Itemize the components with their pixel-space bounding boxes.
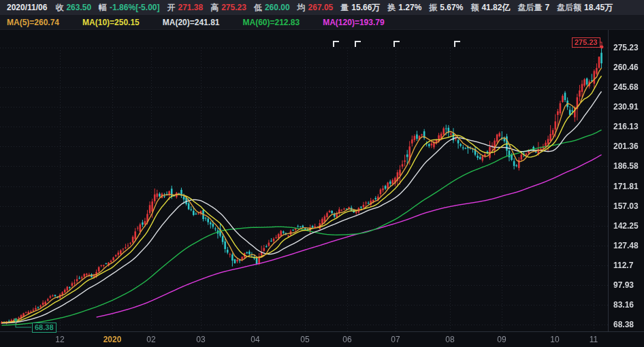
x-axis-label: 10 [540, 333, 570, 346]
field-value: 263.50 [66, 0, 91, 15]
y-axis-label: 127.48 [613, 240, 644, 251]
quote-field: 高275.23 [210, 0, 246, 15]
quote-field: 量15.66万 [340, 0, 380, 15]
field-label: 高 [210, 0, 219, 15]
y-axis-label: 97.93 [613, 280, 644, 291]
y-axis-label: 230.91 [613, 101, 644, 112]
ma-legend-bar: MA(5)=260.74MA(10)=250.15MA(20)=241.81MA… [0, 15, 644, 30]
field-label: 额 [470, 0, 479, 15]
y-axis-label: 68.38 [613, 319, 644, 330]
field-label: 换 [387, 0, 396, 15]
field-value: 41.82亿 [481, 0, 510, 15]
quote-field: 低260.00 [254, 0, 290, 15]
y-axis-label: 142.25 [613, 220, 644, 231]
field-label: 低 [254, 0, 262, 15]
y-axis-label: 83.16 [613, 299, 644, 310]
y-axis-label: 171.81 [613, 181, 644, 192]
x-axis-label: 02 [136, 333, 166, 346]
x-axis-label: 11 [579, 333, 609, 346]
quote-field: 幅-1.86%[-5.00] [99, 0, 159, 15]
ma-legend-item: MA(120)=193.79 [323, 15, 384, 30]
field-label: 均 [297, 0, 306, 15]
high-price-marker: 275.23 [572, 37, 600, 48]
y-axis-label: 260.46 [613, 62, 644, 73]
stock-chart-app: 2020/11/06 收263.50幅-1.86%[-5.00]开271.38高… [0, 0, 644, 347]
quote-field: 收263.50 [55, 0, 91, 15]
ma-legend-item: MA(20)=241.81 [163, 15, 220, 30]
field-value: 5.67% [440, 0, 463, 15]
field-value: -1.86%[-5.00] [110, 0, 159, 15]
x-axis-label: 04 [240, 333, 270, 346]
x-axis-label: 06 [332, 333, 362, 346]
ma-legend-item: MA(10)=250.15 [82, 15, 140, 30]
y-axis-label: 201.36 [613, 141, 644, 152]
quote-field: 额41.82亿 [470, 0, 510, 15]
x-axis-label: 03 [186, 333, 216, 346]
y-axis-label: 157.03 [613, 201, 644, 212]
field-value: 267.05 [308, 0, 334, 15]
event-corner-icon[interactable] [454, 41, 460, 47]
field-value: 1.27% [398, 0, 421, 15]
quote-field: 换1.27% [387, 0, 421, 15]
quote-field: 均267.05 [297, 0, 334, 15]
y-axis-label: 112.7 [613, 260, 644, 271]
quote-field: 开271.38 [167, 0, 203, 15]
ma-legend: MA(5)=260.74MA(10)=250.15MA(20)=241.81MA… [7, 15, 408, 30]
field-value: 18.45万 [584, 0, 613, 15]
field-label: 收 [55, 0, 63, 15]
y-axis-label: 216.13 [613, 121, 644, 132]
y-axis-label: 245.68 [613, 82, 644, 93]
x-axis-label: 08 [435, 333, 465, 346]
field-value: 260.00 [265, 0, 290, 15]
field-label: 盘后额 [557, 0, 581, 15]
field-label: 量 [340, 0, 349, 15]
quote-field: 振5.67% [429, 0, 463, 15]
field-label: 幅 [99, 0, 107, 15]
field-value: 275.23 [221, 0, 246, 15]
y-axis-label: 275.23 [613, 42, 644, 53]
info-bar: 2020/11/06 收263.50幅-1.86%[-5.00]开271.38高… [0, 0, 644, 15]
field-value: 15.66万 [351, 0, 380, 15]
ma-legend-item: MA(60)=212.83 [242, 15, 300, 30]
quote-field: 盘后量7 [517, 0, 549, 15]
x-axis-label: 07 [381, 333, 410, 346]
x-axis-label: 05 [290, 333, 320, 346]
quote-field: 盘后额18.45万 [557, 0, 613, 15]
field-value: 7 [545, 0, 549, 15]
candlestick-canvas[interactable] [0, 30, 644, 347]
x-axis-label: 2020 [97, 333, 127, 346]
x-axis-label: 12 [45, 333, 75, 346]
field-value: 271.38 [178, 0, 203, 15]
y-axis-label: 186.58 [613, 161, 644, 171]
field-label: 开 [167, 0, 175, 15]
event-corner-icon[interactable] [393, 41, 400, 47]
event-corner-icon[interactable] [333, 41, 339, 47]
trade-date: 2020/11/06 [7, 0, 47, 15]
field-label: 盘后量 [517, 0, 542, 15]
x-axis-label: 09 [487, 333, 517, 346]
ma-legend-item: MA(5)=260.74 [7, 15, 59, 30]
event-corner-icon[interactable] [355, 41, 361, 47]
low-price-marker: 68.38 [32, 323, 57, 333]
field-label: 振 [429, 0, 437, 15]
quote-fields: 收263.50幅-1.86%[-5.00]开271.38高275.23低260.… [55, 0, 620, 15]
